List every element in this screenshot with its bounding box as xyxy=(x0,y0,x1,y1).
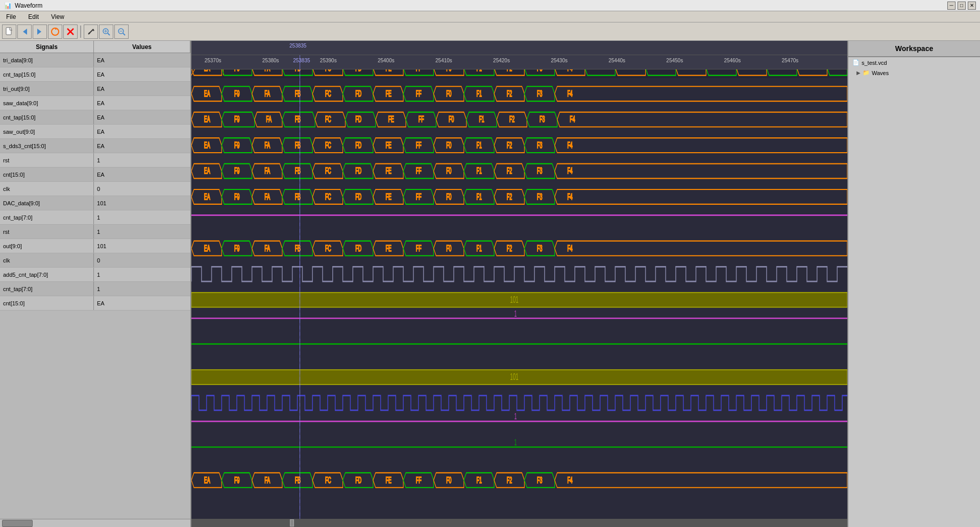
workspace-waves-item[interactable]: ▶ 📁 Waves xyxy=(848,68,980,78)
menu-edit[interactable]: Edit xyxy=(24,12,43,21)
signal-rows-container: tri_data[9:0] EA cnt_tap[15:0] EA tri_ou… xyxy=(0,53,190,519)
svg-text:FF: FF xyxy=(419,115,424,125)
workspace-panel: Workspace 📄 s_test.vcd ▶ 📁 Waves xyxy=(847,41,980,527)
svg-text:FF: FF xyxy=(416,166,422,176)
signal-row[interactable]: rst 1 xyxy=(0,225,190,239)
svg-rect-0 xyxy=(6,28,11,35)
signal-row[interactable]: add5_cnt_tap[7:0] 1 xyxy=(0,268,190,282)
signal-row[interactable]: out[9:0] 101 xyxy=(0,239,190,253)
signal-row[interactable]: s_dds3_cnt[15:0] EA xyxy=(0,139,190,153)
svg-text:FC: FC xyxy=(325,244,331,253)
signal-row[interactable]: cnt_tap[15:0] EA xyxy=(0,110,190,125)
signal-row[interactable]: cnt_tap[7:0] 1 xyxy=(0,282,190,296)
waveform-canvas[interactable]: EA F9 FA FB FC FD FE FF xyxy=(191,55,847,519)
signal-row[interactable]: saw_out[9:0] EA xyxy=(0,125,190,139)
svg-text:FC: FC xyxy=(325,475,331,485)
app-title-text: Waveform xyxy=(15,2,42,9)
signal-value: EA xyxy=(94,139,190,153)
svg-text:F3: F3 xyxy=(540,115,545,125)
svg-text:FA: FA xyxy=(266,115,272,125)
signal-name: cnt[15:0] xyxy=(0,167,94,181)
zoom-fit-right-button[interactable] xyxy=(114,25,129,39)
svg-text:FD: FD xyxy=(355,115,361,125)
svg-text:FD: FD xyxy=(355,63,361,73)
svg-text:F1: F1 xyxy=(476,63,481,73)
back-button[interactable] xyxy=(17,25,32,39)
svg-text:101: 101 xyxy=(510,295,518,305)
waveform-panel: 253835 xyxy=(191,41,847,527)
refresh-button[interactable] xyxy=(48,25,62,39)
signal-row[interactable]: saw_data[9:0] EA xyxy=(0,96,190,110)
svg-text:FA: FA xyxy=(264,192,270,202)
svg-text:EA: EA xyxy=(204,475,210,485)
svg-text:EA: EA xyxy=(204,140,210,150)
svg-text:FE: FE xyxy=(386,140,392,150)
zoom-pencil-button[interactable] xyxy=(84,25,98,39)
titlebar: 📊 Waveform ─ □ ✕ xyxy=(0,0,980,11)
signal-row[interactable]: rst 1 xyxy=(0,153,190,167)
menu-file[interactable]: File xyxy=(2,12,20,21)
stop-button[interactable] xyxy=(63,25,78,39)
signal-name: tri_data[9:0] xyxy=(0,53,94,67)
signal-row[interactable]: clk 0 xyxy=(0,182,190,196)
signal-table-header: Signals Values xyxy=(0,41,190,53)
signal-row[interactable]: cnt[15:0] EA xyxy=(0,167,190,182)
svg-text:FD: FD xyxy=(355,475,361,485)
close-button[interactable]: ✕ xyxy=(968,2,976,10)
svg-text:F4: F4 xyxy=(567,89,572,99)
signal-value: 1 xyxy=(94,210,190,224)
main-area: Signals Values tri_data[9:0] EA cnt_tap[… xyxy=(0,41,980,527)
workspace-file-item[interactable]: 📄 s_test.vcd xyxy=(848,57,980,68)
svg-rect-119 xyxy=(191,370,847,385)
toolbar xyxy=(0,22,980,41)
new-button[interactable] xyxy=(2,25,16,39)
signal-value: EA xyxy=(94,167,190,181)
svg-text:FA: FA xyxy=(264,166,270,176)
window-controls: ─ □ ✕ xyxy=(947,2,976,10)
menu-view[interactable]: View xyxy=(47,12,68,21)
signal-row[interactable]: tri_out[9:0] EA xyxy=(0,82,190,96)
forward-button[interactable] xyxy=(33,25,47,39)
svg-text:FF: FF xyxy=(416,475,422,485)
signal-name: cnt_tap[7:0] xyxy=(0,210,94,224)
left-scrollbar[interactable] xyxy=(0,519,190,527)
signal-value: EA xyxy=(94,67,190,81)
svg-text:F3: F3 xyxy=(537,63,542,73)
signal-row[interactable]: cnt_tap[7:0] 1 xyxy=(0,210,190,225)
wave-scrollbar[interactable] xyxy=(191,519,847,527)
svg-text:F3: F3 xyxy=(537,244,542,253)
signal-row[interactable]: tri_data[9:0] EA xyxy=(0,53,190,67)
svg-text:F2: F2 xyxy=(509,115,514,125)
svg-text:FC: FC xyxy=(325,140,331,150)
svg-text:F0: F0 xyxy=(446,140,451,150)
svg-text:F2: F2 xyxy=(507,140,512,150)
svg-text:EA: EA xyxy=(204,244,210,253)
left-scroll-thumb[interactable] xyxy=(2,520,33,527)
maximize-button[interactable]: □ xyxy=(958,2,966,10)
zoom-fit-left-button[interactable] xyxy=(99,25,113,39)
svg-text:FE: FE xyxy=(386,63,392,73)
svg-text:FD: FD xyxy=(355,192,361,202)
svg-text:EA: EA xyxy=(204,89,210,99)
time-ruler: 253835 xyxy=(191,41,847,55)
svg-text:F0: F0 xyxy=(446,63,451,73)
signal-row[interactable]: cnt[15:0] EA xyxy=(0,296,190,310)
workspace-title: Workspace xyxy=(848,41,980,57)
signal-name: rst xyxy=(0,225,94,238)
svg-line-14 xyxy=(123,33,125,35)
wave-scroll-cursor[interactable] xyxy=(290,519,294,526)
signal-name: out[9:0] xyxy=(0,239,94,253)
app-title: 📊 Waveform xyxy=(4,2,42,9)
signal-value: EA xyxy=(94,125,190,138)
signal-row[interactable]: clk 0 xyxy=(0,253,190,268)
signal-name: clk xyxy=(0,182,94,196)
svg-text:F0: F0 xyxy=(446,89,451,99)
svg-text:FD: FD xyxy=(355,166,361,176)
svg-text:FD: FD xyxy=(355,244,361,253)
signal-row[interactable]: DAC_data[9:0] 101 xyxy=(0,196,190,210)
svg-text:F4: F4 xyxy=(567,63,572,73)
svg-text:FC: FC xyxy=(325,63,331,73)
signal-row[interactable]: cnt_tap[15:0] EA xyxy=(0,67,190,82)
minimize-button[interactable]: ─ xyxy=(947,2,955,10)
signal-value: 101 xyxy=(94,239,190,253)
